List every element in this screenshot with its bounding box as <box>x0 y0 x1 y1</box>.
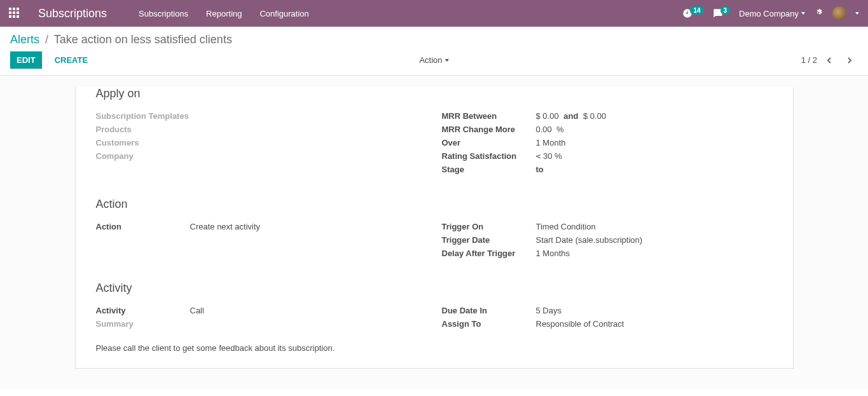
value-products <box>190 123 427 136</box>
navbar: Subscriptions Subscriptions Reporting Co… <box>0 0 868 27</box>
chevron-right-icon <box>846 57 853 64</box>
cp-center: Action <box>419 55 448 65</box>
action-right: Trigger On Timed Condition Trigger Date … <box>442 220 773 260</box>
due-value: 5 <box>536 306 541 315</box>
value-delay: 1 Months <box>536 247 773 260</box>
company-name: Demo Company <box>739 9 799 18</box>
apps-icon[interactable] <box>9 8 20 19</box>
activity-note: Please call the client to get some feedb… <box>96 343 773 353</box>
messages-count: 3 <box>720 6 731 15</box>
nav-link-subscriptions[interactable]: Subscriptions <box>139 9 188 18</box>
label-subscription-templates: Subscription Templates <box>96 109 190 123</box>
value-company <box>190 149 427 163</box>
nav-right: 14 3 Demo Company <box>682 6 859 20</box>
debug-icon[interactable] <box>814 8 823 19</box>
create-button[interactable]: CREATE <box>48 51 94 69</box>
control-panel: EDIT CREATE Action 1 / 2 <box>0 46 868 76</box>
mrr-from: $ 0.00 <box>536 111 559 121</box>
avatar[interactable] <box>832 6 846 20</box>
value-trigger-on: Timed Condition <box>536 220 773 233</box>
chevron-left-icon <box>826 57 832 64</box>
due-unit: Days <box>542 306 561 315</box>
section-action-title: Action <box>96 198 773 211</box>
nav-link-configuration[interactable]: Configuration <box>259 9 308 18</box>
activities-button[interactable]: 14 <box>682 8 703 18</box>
label-delay: Delay After Trigger <box>442 247 536 260</box>
form-sheet: Apply on Subscription Templates Products… <box>75 87 794 369</box>
rating-unit: % <box>555 151 562 161</box>
breadcrumb-separator: / <box>45 33 48 46</box>
label-summary: Summary <box>96 317 190 331</box>
section-activity-title: Activity <box>96 282 773 295</box>
apply-on-left: Subscription Templates Products Customer… <box>96 109 427 176</box>
cp-right: 1 / 2 <box>801 52 858 69</box>
value-trigger-date: Start Date (sale.subscription) <box>536 233 773 247</box>
value-over: 1 Month <box>536 136 773 149</box>
label-mrr-between: MRR Between <box>442 109 536 123</box>
action-menu[interactable]: Action <box>419 55 448 65</box>
value-customers <box>190 136 427 149</box>
activity-right: Due Date In 5 Days Assign To Responsible… <box>442 304 773 331</box>
value-assign-to: Responsible of Contract <box>536 317 773 331</box>
breadcrumb-current: Take action on less satisfied clients <box>54 33 232 46</box>
pager-prev[interactable] <box>821 52 837 69</box>
breadcrumb-row: Alerts / Take action on less satisfied c… <box>0 27 868 46</box>
user-menu-caret[interactable] <box>855 12 859 15</box>
label-trigger-on: Trigger On <box>442 220 536 233</box>
stage-to: to <box>536 165 544 174</box>
label-action: Action <box>96 220 190 233</box>
chevron-down-icon <box>801 12 805 15</box>
company-selector[interactable]: Demo Company <box>739 9 805 18</box>
value-mrr-change: 0.00 % <box>536 123 773 136</box>
label-products: Products <box>96 123 190 136</box>
activities-count: 14 <box>690 6 703 15</box>
label-trigger-date: Trigger Date <box>442 233 536 247</box>
pager-text[interactable]: 1 / 2 <box>801 55 817 65</box>
chevron-down-icon <box>445 59 449 62</box>
scroll-area[interactable]: Apply on Subscription Templates Products… <box>0 76 868 390</box>
group-activity: Activity Call Summary Due Date In <box>96 304 773 331</box>
section-apply-on-title: Apply on <box>96 87 773 100</box>
value-mrr-between: $ 0.00 and $ 0.00 <box>536 109 773 123</box>
messages-button[interactable]: 3 <box>713 8 731 18</box>
value-action: Create next activity <box>190 220 427 233</box>
breadcrumb: Alerts / Take action on less satisfied c… <box>10 33 858 46</box>
body: Apply on Subscription Templates Products… <box>0 76 868 390</box>
value-due-date: 5 Days <box>536 304 773 317</box>
mrr-change-value: 0.00 <box>536 125 552 134</box>
edit-button[interactable]: EDIT <box>10 51 42 69</box>
group-apply-on: Subscription Templates Products Customer… <box>96 109 773 176</box>
label-stage: Stage <box>442 163 536 176</box>
value-subscription-templates <box>190 109 427 123</box>
label-due-date: Due Date In <box>442 304 536 317</box>
mrr-change-unit: % <box>556 125 564 134</box>
mrr-and: and <box>563 111 578 121</box>
delay-unit: Months <box>542 249 570 258</box>
brand[interactable]: Subscriptions <box>38 7 107 20</box>
breadcrumb-parent[interactable]: Alerts <box>10 33 39 46</box>
value-stage: to <box>536 163 773 176</box>
activity-left: Activity Call Summary <box>96 304 427 331</box>
group-action: Action Create next activity Trigger On T… <box>96 220 773 260</box>
action-left: Action Create next activity <box>96 220 427 260</box>
value-activity: Call <box>190 304 427 317</box>
action-menu-label: Action <box>419 55 442 65</box>
label-assign-to: Assign To <box>442 317 536 331</box>
rating-op: < <box>536 151 541 161</box>
label-company: Company <box>96 149 190 163</box>
apply-on-right: MRR Between $ 0.00 and $ 0.00 MRR Change… <box>442 109 773 176</box>
value-summary <box>190 317 427 331</box>
nav-link-reporting[interactable]: Reporting <box>206 9 242 18</box>
label-customers: Customers <box>96 136 190 149</box>
value-rating: < 30 % <box>536 149 773 163</box>
nav-menu: Subscriptions Reporting Configuration <box>139 9 309 18</box>
label-mrr-change: MRR Change More <box>442 123 536 136</box>
mrr-to: $ 0.00 <box>583 111 606 121</box>
label-rating: Rating Satisfaction <box>442 149 536 163</box>
label-activity: Activity <box>96 304 190 317</box>
label-over: Over <box>442 136 536 149</box>
delay-value: 1 <box>536 249 541 258</box>
pager-next[interactable] <box>841 52 858 69</box>
rating-value: 30 <box>543 151 552 161</box>
